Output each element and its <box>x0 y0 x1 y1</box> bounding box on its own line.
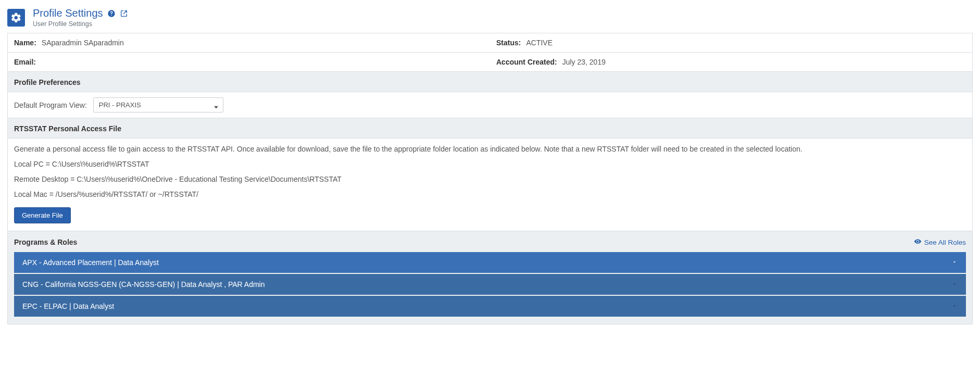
status-label: Status: <box>496 39 521 47</box>
see-all-roles-link[interactable]: See All Roles <box>914 237 966 247</box>
name-label: Name: <box>14 39 36 47</box>
info-row-name-status: Name: SAparadmin SAparadmin Status: ACTI… <box>8 33 972 53</box>
preferences-heading: Profile Preferences <box>8 72 972 92</box>
rtsstat-path-mac: Local Mac = /Users/%userid%/RTSSTAT/ or … <box>14 189 966 200</box>
role-item-label: CNG - California NGSS-GEN (CA-NGSS-GEN) … <box>22 280 265 289</box>
role-item[interactable]: EPC - ELPAC | Data Analyst <box>14 296 966 317</box>
role-item-label: EPC - ELPAC | Data Analyst <box>22 302 114 310</box>
rtsstat-description: Generate a personal access file to gain … <box>14 144 966 155</box>
role-item[interactable]: APX - Advanced Placement | Data Analyst <box>14 252 966 273</box>
rtsstat-path-remote: Remote Desktop = C:\Users\%userid%\OneDr… <box>14 174 966 185</box>
help-icon[interactable] <box>107 9 116 18</box>
name-value: SAparadmin SAparadmin <box>42 39 124 47</box>
page-title: Profile Settings <box>33 7 103 19</box>
status-value: ACTIVE <box>526 39 552 47</box>
page-subtitle: User Profile Settings <box>33 20 128 28</box>
role-item[interactable]: CNG - California NGSS-GEN (CA-NGSS-GEN) … <box>14 274 966 295</box>
role-item-label: APX - Advanced Placement | Data Analyst <box>22 258 159 267</box>
chevron-down-icon <box>951 258 958 267</box>
chevron-down-icon <box>951 280 958 289</box>
email-label: Email: <box>14 58 36 66</box>
chevron-down-icon <box>951 302 958 310</box>
created-value: July 23, 2019 <box>562 58 606 66</box>
info-row-email-created: Email: Account Created: July 23, 2019 <box>8 53 972 72</box>
gear-icon <box>7 9 25 27</box>
external-link-icon[interactable] <box>120 9 128 18</box>
created-label: Account Created: <box>496 58 557 66</box>
default-program-view-row: Default Program View: PRI - PRAXIS <box>8 92 972 118</box>
rtsstat-heading: RTSSTAT Personal Access File <box>8 118 972 138</box>
rtsstat-path-local-pc: Local PC = C:\Users\%userid%\RTSSTAT <box>14 159 966 170</box>
see-all-roles-label: See All Roles <box>924 239 966 246</box>
roles-list: APX - Advanced Placement | Data Analyst … <box>8 252 972 324</box>
roles-header: Programs & Roles See All Roles <box>8 231 972 252</box>
rtsstat-block: Generate a personal access file to gain … <box>8 138 972 231</box>
roles-heading: Programs & Roles <box>14 238 77 246</box>
default-program-view-select[interactable]: PRI - PRAXIS <box>93 97 223 112</box>
eye-icon <box>914 237 922 247</box>
generate-file-button[interactable]: Generate File <box>14 207 71 223</box>
profile-panel: Name: SAparadmin SAparadmin Status: ACTI… <box>7 33 973 324</box>
page-header: Profile Settings User Profile Settings <box>0 0 980 33</box>
default-program-view-label: Default Program View: <box>14 101 87 109</box>
